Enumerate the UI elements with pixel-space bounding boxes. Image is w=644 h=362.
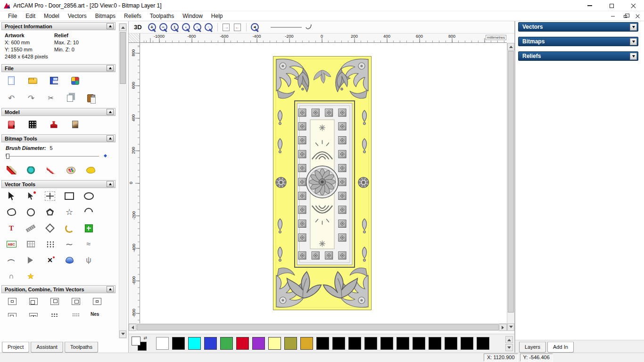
palette-scroll-down-button[interactable] bbox=[505, 344, 513, 351]
paint-brush-icon[interactable] bbox=[5, 164, 18, 176]
palette-swatch-5[interactable] bbox=[236, 337, 249, 350]
undo-icon[interactable] bbox=[5, 92, 18, 104]
palette-swatch-11[interactable] bbox=[332, 337, 345, 350]
menu-help[interactable]: Help bbox=[207, 12, 227, 20]
ruler-units[interactable]: millimetres bbox=[486, 35, 506, 40]
menu-bitmaps[interactable]: Bitmaps bbox=[91, 12, 120, 20]
copy-icon[interactable] bbox=[64, 92, 77, 104]
scrollbar-thumb[interactable] bbox=[120, 32, 126, 84]
brush-diameter-slider[interactable] bbox=[6, 152, 99, 160]
palette-swatch-15[interactable] bbox=[396, 337, 409, 350]
scatter-dots-icon[interactable] bbox=[69, 310, 83, 317]
zoom-in-icon[interactable] bbox=[147, 22, 158, 33]
scroll-left-button[interactable] bbox=[129, 324, 136, 331]
palette-swatch-18[interactable] bbox=[445, 337, 457, 350]
zoom-drawing-icon[interactable] bbox=[203, 22, 215, 33]
right-tab-add-in[interactable]: Add In bbox=[547, 342, 574, 353]
transform-vectors-icon[interactable] bbox=[43, 190, 57, 202]
scroll-down-button[interactable] bbox=[119, 330, 126, 338]
zoom-window-icon[interactable] bbox=[192, 22, 203, 33]
horizontal-scrollbar[interactable] bbox=[129, 323, 507, 331]
palette-swatch-17[interactable] bbox=[429, 337, 441, 350]
menu-file[interactable]: File bbox=[4, 12, 21, 20]
close-vector-icon[interactable] bbox=[5, 270, 18, 282]
left-tab-project[interactable]: Project bbox=[2, 342, 29, 353]
fit-polyline-icon[interactable] bbox=[82, 238, 95, 250]
open-file-icon[interactable] bbox=[26, 74, 39, 87]
flood-fill-icon[interactable] bbox=[25, 164, 38, 176]
menu-model[interactable]: Model bbox=[40, 12, 64, 20]
menu-reliefs[interactable]: Reliefs bbox=[120, 12, 146, 20]
zoom-objects-icon[interactable] bbox=[181, 22, 192, 33]
trim-vectors-icon[interactable] bbox=[43, 254, 57, 266]
create-text-icon[interactable] bbox=[5, 222, 18, 234]
palette-swatch-19[interactable] bbox=[461, 337, 473, 350]
create-star-icon[interactable] bbox=[63, 206, 76, 218]
foreground-colour-chip[interactable] bbox=[132, 337, 140, 346]
cut-icon[interactable] bbox=[44, 92, 58, 104]
relief-clipart-icon[interactable] bbox=[5, 118, 18, 131]
free-shape-icon[interactable] bbox=[5, 206, 18, 218]
fillet-tool-icon[interactable] bbox=[63, 222, 76, 234]
palette-swatch-16[interactable] bbox=[413, 337, 425, 350]
menu-vectors[interactable]: Vectors bbox=[64, 12, 91, 20]
palette-swatch-12[interactable] bbox=[348, 337, 361, 350]
door-artwork[interactable] bbox=[273, 56, 372, 310]
align-top-edge-icon[interactable] bbox=[48, 295, 61, 307]
grid-copy-icon[interactable] bbox=[24, 238, 37, 250]
colour-palette-icon[interactable] bbox=[64, 164, 77, 176]
scrollbar-thumb[interactable] bbox=[137, 324, 499, 330]
minimize-button[interactable] bbox=[579, 0, 601, 11]
vertical-scrollbar[interactable] bbox=[507, 43, 514, 331]
left-tab-assistant[interactable]: Assistant bbox=[31, 342, 63, 353]
measure-tool-icon[interactable] bbox=[24, 222, 37, 234]
scroll-up-button[interactable] bbox=[507, 43, 514, 50]
bitmaps-section-header[interactable]: Bitmaps bbox=[518, 37, 638, 46]
snap-left-icon[interactable] bbox=[232, 22, 243, 33]
palette-swatch-10[interactable] bbox=[316, 337, 329, 350]
draw-pencil-icon[interactable] bbox=[44, 164, 58, 176]
palette-swatch-3[interactable] bbox=[204, 337, 217, 350]
left-tab-toolpaths[interactable]: Toolpaths bbox=[65, 342, 98, 353]
palette-swatch-1[interactable] bbox=[172, 337, 185, 350]
align-left-edge-icon[interactable] bbox=[27, 295, 40, 307]
snap-right-icon[interactable] bbox=[221, 22, 232, 33]
nesting-dots-icon[interactable] bbox=[43, 238, 57, 250]
collapse-button[interactable] bbox=[107, 181, 114, 187]
palette-swatch-6[interactable] bbox=[252, 337, 265, 350]
collapse-button[interactable] bbox=[107, 135, 114, 141]
select-vectors-icon[interactable] bbox=[5, 190, 18, 202]
sculpt-star-icon[interactable] bbox=[24, 270, 37, 282]
interactive-distort-icon[interactable] bbox=[63, 254, 76, 266]
palette-swatch-20[interactable] bbox=[477, 337, 489, 350]
zoom-scale-icon[interactable] bbox=[169, 22, 181, 33]
expand-button[interactable] bbox=[630, 24, 637, 31]
zoom-out-icon[interactable] bbox=[158, 22, 169, 33]
close-button[interactable] bbox=[622, 0, 644, 11]
menu-window[interactable]: Window bbox=[178, 12, 207, 20]
center-in-page-icon[interactable] bbox=[6, 295, 19, 307]
create-rectangle-icon[interactable] bbox=[63, 190, 76, 202]
create-circle-icon[interactable] bbox=[24, 206, 37, 218]
align-spread-icon[interactable] bbox=[27, 310, 40, 317]
text-on-curve-icon[interactable] bbox=[5, 238, 18, 250]
create-ellipse-icon[interactable] bbox=[82, 190, 95, 202]
palette-swatch-2[interactable] bbox=[188, 337, 201, 350]
collapse-button[interactable] bbox=[107, 23, 114, 29]
palette-swatch-14[interactable] bbox=[380, 337, 393, 350]
new-document-icon[interactable] bbox=[5, 74, 18, 87]
texture-relief-icon[interactable] bbox=[26, 118, 39, 131]
maximize-button[interactable] bbox=[601, 0, 622, 11]
palette-scroll-up-button[interactable] bbox=[505, 336, 513, 343]
redo-icon[interactable] bbox=[25, 92, 38, 104]
fit-curve-icon[interactable] bbox=[63, 238, 76, 250]
palette-swatch-13[interactable] bbox=[364, 337, 377, 350]
scroll-right-button[interactable] bbox=[499, 324, 507, 331]
scrollbar-thumb[interactable] bbox=[508, 51, 514, 313]
import-model-icon[interactable] bbox=[68, 74, 82, 87]
align-bottom-edge-icon[interactable] bbox=[69, 295, 83, 307]
create-arc-icon[interactable] bbox=[82, 206, 95, 218]
palette-swatch-4[interactable] bbox=[220, 337, 233, 350]
stack-dots-icon[interactable] bbox=[48, 310, 61, 317]
palette-swatch-8[interactable] bbox=[284, 337, 297, 350]
